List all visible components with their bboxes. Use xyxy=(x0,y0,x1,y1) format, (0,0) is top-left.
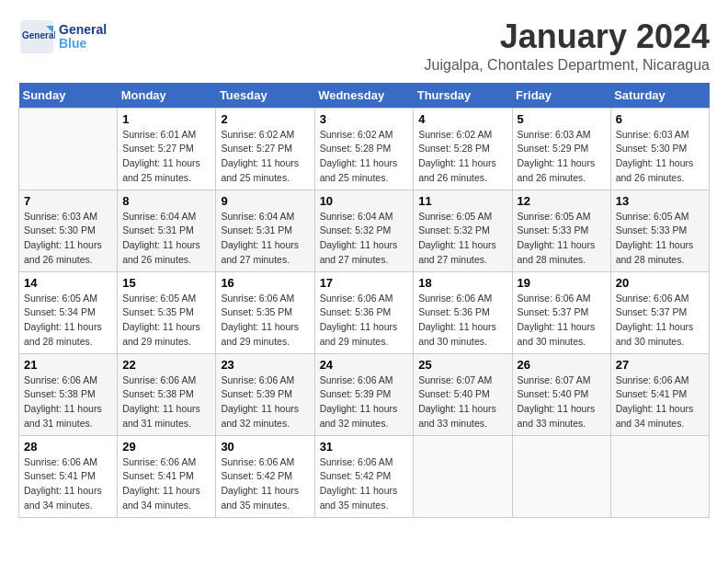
svg-text:General: General xyxy=(22,30,55,40)
day-number: 2 xyxy=(221,112,309,126)
day-info: Sunrise: 6:06 AMSunset: 5:42 PMDaylight:… xyxy=(221,455,309,513)
day-info: Sunrise: 6:05 AMSunset: 5:35 PMDaylight:… xyxy=(122,292,210,350)
day-number: 6 xyxy=(616,112,704,126)
day-number: 25 xyxy=(418,358,506,372)
day-number: 9 xyxy=(221,194,309,208)
day-info: Sunrise: 6:06 AMSunset: 5:41 PMDaylight:… xyxy=(122,455,210,513)
day-cell: 24 Sunrise: 6:06 AMSunset: 5:39 PMDaylig… xyxy=(314,353,414,435)
day-info: Sunrise: 6:06 AMSunset: 5:37 PMDaylight:… xyxy=(518,292,606,350)
day-number: 12 xyxy=(518,194,606,208)
day-info: Sunrise: 6:05 AMSunset: 5:33 PMDaylight:… xyxy=(518,210,606,268)
day-info: Sunrise: 6:04 AMSunset: 5:32 PMDaylight:… xyxy=(320,210,409,268)
day-cell: 12 Sunrise: 6:05 AMSunset: 5:33 PMDaylig… xyxy=(512,190,610,271)
day-cell: 23 Sunrise: 6:06 AMSunset: 5:39 PMDaylig… xyxy=(216,353,314,435)
day-info: Sunrise: 6:02 AMSunset: 5:28 PMDaylight:… xyxy=(418,128,506,186)
week-row-2: 7 Sunrise: 6:03 AMSunset: 5:30 PMDayligh… xyxy=(19,190,710,271)
day-cell: 4 Sunrise: 6:02 AMSunset: 5:28 PMDayligh… xyxy=(414,108,512,190)
day-cell: 16 Sunrise: 6:06 AMSunset: 5:35 PMDaylig… xyxy=(216,271,314,353)
day-info: Sunrise: 6:01 AMSunset: 5:27 PMDaylight:… xyxy=(122,128,210,186)
day-cell: 1 Sunrise: 6:01 AMSunset: 5:27 PMDayligh… xyxy=(118,108,216,190)
day-number: 26 xyxy=(518,358,606,372)
day-number: 13 xyxy=(616,194,704,208)
week-row-5: 28 Sunrise: 6:06 AMSunset: 5:41 PMDaylig… xyxy=(19,435,710,517)
day-cell: 30 Sunrise: 6:06 AMSunset: 5:42 PMDaylig… xyxy=(216,435,314,517)
day-cell xyxy=(512,435,610,517)
logo-icon: General xyxy=(18,18,55,55)
day-number: 15 xyxy=(122,276,210,290)
day-cell: 28 Sunrise: 6:06 AMSunset: 5:41 PMDaylig… xyxy=(19,435,118,517)
calendar-table: SundayMondayTuesdayWednesdayThursdayFrid… xyxy=(18,83,710,518)
day-info: Sunrise: 6:03 AMSunset: 5:30 PMDaylight:… xyxy=(24,210,112,268)
day-number: 19 xyxy=(518,276,606,290)
day-number: 24 xyxy=(320,358,409,372)
day-cell: 29 Sunrise: 6:06 AMSunset: 5:41 PMDaylig… xyxy=(118,435,216,517)
day-number: 22 xyxy=(122,358,210,372)
calendar-header-row: SundayMondayTuesdayWednesdayThursdayFrid… xyxy=(19,83,710,109)
day-number: 30 xyxy=(221,440,309,454)
column-header-sunday: Sunday xyxy=(19,83,118,109)
column-header-monday: Monday xyxy=(118,83,216,109)
day-cell: 3 Sunrise: 6:02 AMSunset: 5:28 PMDayligh… xyxy=(314,108,414,190)
day-cell: 10 Sunrise: 6:04 AMSunset: 5:32 PMDaylig… xyxy=(314,190,414,271)
day-info: Sunrise: 6:07 AMSunset: 5:40 PMDaylight:… xyxy=(418,373,506,431)
day-info: Sunrise: 6:03 AMSunset: 5:29 PMDaylight:… xyxy=(518,128,606,186)
day-cell: 14 Sunrise: 6:05 AMSunset: 5:34 PMDaylig… xyxy=(19,271,118,353)
day-number: 16 xyxy=(221,276,309,290)
day-cell xyxy=(19,108,118,190)
title-area: January 2024 Juigalpa, Chontales Departm… xyxy=(425,18,710,74)
logo-line1: General xyxy=(59,23,107,37)
day-info: Sunrise: 6:05 AMSunset: 5:32 PMDaylight:… xyxy=(418,210,506,268)
logo-line2: Blue xyxy=(59,37,107,51)
day-cell: 5 Sunrise: 6:03 AMSunset: 5:29 PMDayligh… xyxy=(512,108,610,190)
day-number: 31 xyxy=(320,440,409,454)
calendar-body: 1 Sunrise: 6:01 AMSunset: 5:27 PMDayligh… xyxy=(19,108,710,517)
day-cell xyxy=(414,435,512,517)
day-cell: 31 Sunrise: 6:06 AMSunset: 5:42 PMDaylig… xyxy=(314,435,414,517)
header: General General Blue January 2024 Juigal… xyxy=(18,18,710,74)
day-info: Sunrise: 6:06 AMSunset: 5:42 PMDaylight:… xyxy=(320,455,409,513)
location-title: Juigalpa, Chontales Department, Nicaragu… xyxy=(425,57,710,74)
day-number: 29 xyxy=(122,440,210,454)
day-number: 7 xyxy=(24,194,112,208)
logo: General General Blue xyxy=(18,18,107,55)
week-row-1: 1 Sunrise: 6:01 AMSunset: 5:27 PMDayligh… xyxy=(19,108,710,190)
day-number: 5 xyxy=(518,112,606,126)
column-header-friday: Friday xyxy=(512,83,610,109)
day-cell: 20 Sunrise: 6:06 AMSunset: 5:37 PMDaylig… xyxy=(610,271,709,353)
day-info: Sunrise: 6:06 AMSunset: 5:39 PMDaylight:… xyxy=(320,373,409,431)
day-info: Sunrise: 6:05 AMSunset: 5:33 PMDaylight:… xyxy=(616,210,704,268)
day-info: Sunrise: 6:06 AMSunset: 5:38 PMDaylight:… xyxy=(24,373,112,431)
day-info: Sunrise: 6:02 AMSunset: 5:27 PMDaylight:… xyxy=(221,128,309,186)
day-number: 1 xyxy=(122,112,210,126)
day-cell: 26 Sunrise: 6:07 AMSunset: 5:40 PMDaylig… xyxy=(512,353,610,435)
column-header-wednesday: Wednesday xyxy=(314,83,414,109)
day-cell: 19 Sunrise: 6:06 AMSunset: 5:37 PMDaylig… xyxy=(512,271,610,353)
day-number: 21 xyxy=(24,358,112,372)
day-cell: 25 Sunrise: 6:07 AMSunset: 5:40 PMDaylig… xyxy=(414,353,512,435)
day-cell: 11 Sunrise: 6:05 AMSunset: 5:32 PMDaylig… xyxy=(414,190,512,271)
day-info: Sunrise: 6:07 AMSunset: 5:40 PMDaylight:… xyxy=(518,373,606,431)
day-number: 3 xyxy=(320,112,409,126)
day-cell xyxy=(610,435,709,517)
day-cell: 9 Sunrise: 6:04 AMSunset: 5:31 PMDayligh… xyxy=(216,190,314,271)
day-cell: 18 Sunrise: 6:06 AMSunset: 5:36 PMDaylig… xyxy=(414,271,512,353)
day-cell: 8 Sunrise: 6:04 AMSunset: 5:31 PMDayligh… xyxy=(118,190,216,271)
day-info: Sunrise: 6:06 AMSunset: 5:41 PMDaylight:… xyxy=(616,373,704,431)
day-info: Sunrise: 6:06 AMSunset: 5:39 PMDaylight:… xyxy=(221,373,309,431)
day-cell: 6 Sunrise: 6:03 AMSunset: 5:30 PMDayligh… xyxy=(610,108,709,190)
day-cell: 7 Sunrise: 6:03 AMSunset: 5:30 PMDayligh… xyxy=(19,190,118,271)
day-cell: 22 Sunrise: 6:06 AMSunset: 5:38 PMDaylig… xyxy=(118,353,216,435)
day-info: Sunrise: 6:06 AMSunset: 5:41 PMDaylight:… xyxy=(24,455,112,513)
day-number: 11 xyxy=(418,194,506,208)
day-cell: 2 Sunrise: 6:02 AMSunset: 5:27 PMDayligh… xyxy=(216,108,314,190)
day-number: 4 xyxy=(418,112,506,126)
day-number: 14 xyxy=(24,276,112,290)
day-info: Sunrise: 6:06 AMSunset: 5:37 PMDaylight:… xyxy=(616,292,704,350)
day-cell: 17 Sunrise: 6:06 AMSunset: 5:36 PMDaylig… xyxy=(314,271,414,353)
day-info: Sunrise: 6:06 AMSunset: 5:36 PMDaylight:… xyxy=(418,292,506,350)
week-row-4: 21 Sunrise: 6:06 AMSunset: 5:38 PMDaylig… xyxy=(19,353,710,435)
day-info: Sunrise: 6:04 AMSunset: 5:31 PMDaylight:… xyxy=(221,210,309,268)
week-row-3: 14 Sunrise: 6:05 AMSunset: 5:34 PMDaylig… xyxy=(19,271,710,353)
day-info: Sunrise: 6:06 AMSunset: 5:35 PMDaylight:… xyxy=(221,292,309,350)
day-cell: 15 Sunrise: 6:05 AMSunset: 5:35 PMDaylig… xyxy=(118,271,216,353)
